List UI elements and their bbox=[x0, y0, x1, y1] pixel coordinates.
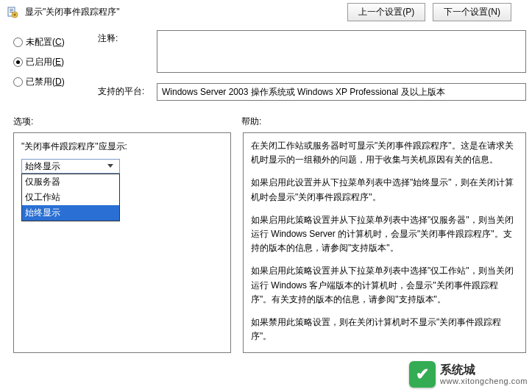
help-text: 如果启用此策略设置并从下拉菜单列表中选择"仅服务器"，则当关闭运行 Window… bbox=[251, 213, 518, 256]
dropdown-value: 始终显示 bbox=[25, 160, 60, 173]
prev-setting-button[interactable]: 上一个设置(P) bbox=[347, 3, 425, 21]
dropdown-label: "关闭事件跟踪程序"应显示: bbox=[21, 140, 223, 153]
watermark-url: www.xitongcheng.com bbox=[440, 377, 528, 385]
comment-input[interactable] bbox=[157, 30, 526, 73]
radio-icon bbox=[13, 38, 23, 47]
dropdown-item-workstation-only[interactable]: 仅工作站 bbox=[22, 190, 119, 205]
help-text: 在关闭工作站或服务器时可显示"关闭事件跟踪程序"。这是在请求关机时显示的一组额外… bbox=[251, 139, 518, 167]
display-mode-dropdown[interactable]: 始终显示 仅服务器 仅工作站 始终显示 bbox=[21, 159, 120, 174]
radio-enabled[interactable]: 已启用(E) bbox=[13, 56, 83, 68]
page-title: 显示"关闭事件跟踪程序" bbox=[25, 6, 120, 18]
dropdown-item-always[interactable]: 始终显示 bbox=[22, 205, 119, 221]
help-text: 如果启用此设置并从下拉菜单列表中选择"始终显示"，则在关闭计算机时会显示"关闭事… bbox=[251, 176, 518, 204]
dropdown-list: 仅服务器 仅工作站 始终显示 bbox=[21, 174, 120, 221]
radio-disabled[interactable]: 已禁用(D) bbox=[13, 76, 83, 88]
options-panel: "关闭事件跟踪程序"应显示: 始终显示 仅服务器 仅工作站 始终显示 bbox=[13, 132, 231, 353]
watermark-brand: 系统城 bbox=[440, 363, 528, 377]
watermark: ✔ 系统城 www.xitongcheng.com bbox=[409, 361, 528, 388]
radio-icon bbox=[13, 57, 23, 67]
platform-value: Windows Server 2003 操作系统或 Windows XP Pro… bbox=[157, 83, 526, 101]
dropdown-item-server-only[interactable]: 仅服务器 bbox=[22, 174, 119, 190]
help-panel: 在关闭工作站或服务器时可显示"关闭事件跟踪程序"。这是在请求关机时显示的一组额外… bbox=[243, 132, 526, 353]
radio-icon bbox=[13, 77, 23, 87]
radio-not-configured[interactable]: 未配置(C) bbox=[13, 36, 83, 49]
options-section-label: 选项: bbox=[13, 115, 241, 128]
help-text: 如果启用此策略设置并从下拉菜单列表中选择"仅工作站"，则当关闭运行 Window… bbox=[251, 264, 518, 307]
comment-label: 注释: bbox=[98, 30, 149, 45]
next-setting-button[interactable]: 下一个设置(N) bbox=[433, 3, 511, 21]
help-text: 如果禁用此策略设置，则在关闭计算机时不显示"关闭事件跟踪程序"。 bbox=[251, 316, 518, 343]
platform-label: 支持的平台: bbox=[98, 83, 149, 98]
svg-rect-2 bbox=[10, 10, 13, 11]
help-section-label: 帮助: bbox=[241, 115, 261, 128]
svg-rect-1 bbox=[10, 9, 13, 10]
policy-icon bbox=[6, 6, 19, 19]
chevron-down-icon bbox=[104, 160, 116, 172]
watermark-badge-icon: ✔ bbox=[409, 361, 436, 388]
